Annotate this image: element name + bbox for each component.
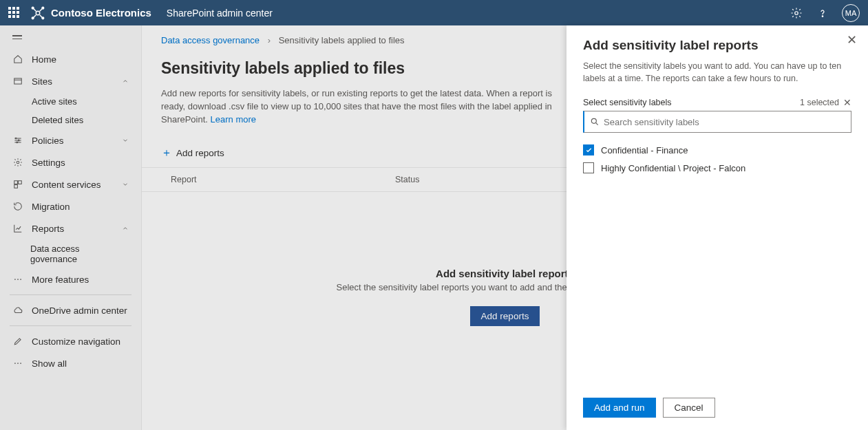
nav-onedrive-admin[interactable]: OneDrive admin center [0,299,141,321]
add-reports-label: Add reports [176,148,224,158]
svg-point-0 [36,11,40,15]
nav-more-features[interactable]: More features [0,268,141,290]
nav-customize[interactable]: Customize navigation [0,330,141,352]
nav-content-services[interactable]: Content services [0,173,141,195]
nav-label: Policies [32,136,64,146]
svg-rect-17 [19,181,22,184]
breadcrumb-root[interactable]: Data access governance [161,35,260,45]
ellipsis-icon [12,358,23,369]
panel-title: Add sensitivity label reports [583,38,851,53]
more-icon [12,274,23,285]
clear-selection-icon[interactable]: ✕ [843,97,851,108]
svg-point-1 [32,7,34,9]
panel-description: Select the sensitivity labels you want t… [583,60,851,85]
label-option[interactable]: Confidential - Finance [583,141,851,159]
learn-more-link[interactable]: Learn more [211,114,256,125]
nav-label: Content services [32,180,101,190]
brand-logo-icon [30,6,45,21]
search-input[interactable] [600,117,845,127]
svg-point-3 [32,17,34,19]
brand-name[interactable]: Contoso Electronics [51,7,151,19]
top-bar: Contoso Electronics SharePoint admin cen… [0,0,868,25]
svg-point-6 [822,16,823,17]
nav-label: More features [32,275,89,285]
divider [10,294,131,295]
nav-reports[interactable]: Reports [0,217,141,239]
close-icon[interactable]: ✕ [847,32,857,47]
nav-deleted-sites[interactable]: Deleted sites [0,111,141,129]
svg-point-25 [591,119,596,124]
page-description: Add new reports for sensitivity labels, … [142,87,582,127]
nav-sites[interactable]: Sites [0,70,141,92]
svg-point-20 [17,279,19,280]
nav-show-all[interactable]: Show all [0,352,141,374]
cancel-button[interactable]: Cancel [663,398,715,418]
nav-label: OneDrive admin center [32,305,127,316]
nav-label: Settings [32,158,65,168]
svg-point-15 [17,161,19,164]
label-option[interactable]: Highly Confidential \ Project - Falcon [583,159,851,177]
nav-label: Home [32,54,56,65]
svg-rect-16 [14,181,18,184]
chevron-down-icon [122,137,129,144]
svg-point-22 [14,363,16,364]
column-status[interactable]: Status [395,175,419,184]
add-reports-command[interactable]: ＋ Add reports [161,146,224,160]
svg-point-23 [17,363,19,364]
nav-data-access-governance[interactable]: Data access governance [0,239,141,268]
svg-point-21 [20,279,21,280]
selected-count: 1 selected ✕ [800,97,851,108]
svg-line-26 [595,123,597,125]
option-label: Highly Confidential \ Project - Falcon [601,163,745,173]
nav-settings[interactable]: Settings [0,151,141,173]
settings-gear-icon[interactable] [790,6,803,20]
svg-point-19 [14,279,16,280]
cloud-icon [12,305,23,316]
add-reports-button[interactable]: Add reports [470,306,540,326]
checkbox[interactable] [583,162,594,173]
field-label: Select sensitivity labels [583,98,672,107]
nav-home[interactable]: Home [0,48,141,70]
help-icon[interactable] [816,6,829,20]
admin-center-title[interactable]: SharePoint admin center [167,8,273,19]
add-and-run-button[interactable]: Add and run [583,398,656,418]
svg-rect-18 [14,185,18,189]
nav-label: Sites [32,76,52,87]
chevron-up-icon [122,225,129,232]
selected-count-text: 1 selected [800,98,839,107]
user-avatar[interactable]: MA [842,4,860,22]
gear-icon [12,157,23,168]
svg-point-2 [42,7,44,9]
home-icon [12,54,23,65]
option-label: Confidential - Finance [601,145,688,155]
sites-icon [12,76,23,87]
nav-label: Reports [32,224,64,234]
nav-policies[interactable]: Policies [0,129,141,151]
divider [10,325,131,326]
content-services-icon [12,179,23,190]
svg-rect-7 [14,78,22,84]
nav-label: Customize navigation [32,336,120,347]
left-nav: Home Sites Active sites Deleted sites Po… [0,25,142,430]
search-icon [590,117,600,127]
search-input-wrapper[interactable] [583,111,851,133]
options-list: Confidential - FinanceHighly Confidentia… [583,141,851,177]
column-report[interactable]: Report [161,175,395,184]
chevron-up-icon [122,78,129,85]
policies-icon [12,135,23,146]
nav-label: Show all [32,358,67,369]
chevron-down-icon [122,181,129,188]
chevron-right-icon: › [268,35,271,45]
nav-label: Migration [32,202,70,212]
nav-collapse-icon[interactable] [0,32,141,48]
reports-icon [12,223,23,234]
checkbox[interactable] [583,144,594,155]
svg-point-4 [42,17,44,19]
nav-active-sites[interactable]: Active sites [0,92,141,111]
breadcrumb-current: Sensitivity labels applied to files [279,35,405,45]
nav-migration[interactable]: Migration [0,195,141,217]
svg-point-5 [795,11,798,14]
edit-icon [12,336,23,347]
app-launcher-icon[interactable] [8,7,21,19]
plus-icon: ＋ [161,146,172,160]
